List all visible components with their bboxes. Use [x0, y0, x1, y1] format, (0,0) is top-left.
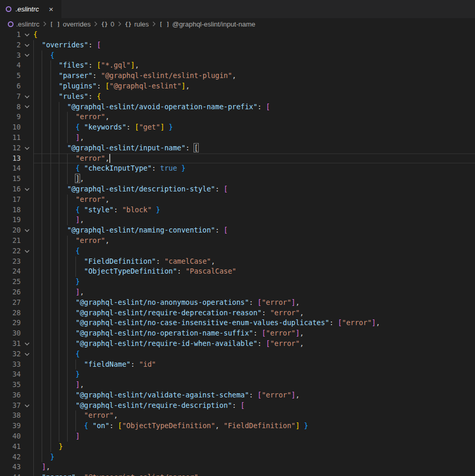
line-text[interactable]: "@graphql-eslint/require-description": [ [33, 401, 475, 411]
line-text[interactable]: ], [33, 380, 475, 390]
line-text[interactable]: { "on": ["ObjectTypeDefinition", "FieldD… [33, 421, 475, 431]
code-line[interactable]: 6 "plugins": ["@graphql-eslint"], [0, 81, 475, 92]
line-text[interactable]: "@graphql-eslint/no-anonymous-operations… [33, 298, 475, 308]
line-text[interactable]: { "style": "block" } [33, 205, 475, 215]
fold-chevron-icon[interactable] [21, 143, 33, 153]
breadcrumb-item-0[interactable]: {}0 [101, 20, 114, 28]
code-line[interactable]: 15 ], [0, 174, 475, 184]
line-text[interactable]: "@graphql-eslint/no-case-insensitive-enu… [33, 318, 475, 328]
code-line[interactable]: 27 "@graphql-eslint/no-anonymous-operati… [0, 298, 475, 308]
code-line[interactable]: 39 { "on": ["ObjectTypeDefinition", "Fie… [0, 421, 475, 431]
line-text[interactable]: } [33, 369, 475, 380]
line-text[interactable]: { [33, 30, 475, 40]
code-line[interactable]: 5 "parser": "@graphql-eslint/eslint-plug… [0, 71, 475, 81]
line-text[interactable]: "error", [33, 236, 475, 246]
fold-chevron-icon[interactable] [21, 401, 33, 411]
fold-chevron-icon[interactable] [21, 30, 33, 40]
breadcrumb-item--eslintrc[interactable]: .eslintrc [8, 20, 40, 28]
code-line[interactable]: 44 "parser": "@typescript-eslint/parser" [0, 472, 475, 476]
fold-chevron-icon[interactable] [21, 50, 33, 61]
line-text[interactable]: { "checkInputType": true } [33, 163, 475, 174]
line-text[interactable]: "error", [33, 112, 475, 122]
code-line[interactable]: 35 ], [0, 380, 475, 390]
code-line[interactable]: 31 "@graphql-eslint/require-id-when-avai… [0, 339, 475, 349]
fold-chevron-icon[interactable] [21, 246, 33, 256]
code-line[interactable]: 7 "rules": { [0, 92, 475, 102]
code-line[interactable]: 1{ [0, 30, 475, 40]
line-text[interactable]: "@graphql-eslint/naming-convention": [ [33, 225, 475, 236]
line-text[interactable]: } [33, 442, 475, 452]
code-line[interactable]: 24 "ObjectTypeDefinition": "PascalCase" [0, 266, 475, 277]
fold-chevron-icon[interactable] [21, 40, 33, 50]
line-text[interactable]: "ObjectTypeDefinition": "PascalCase" [33, 266, 475, 277]
code-line[interactable]: 11 ], [0, 133, 475, 143]
code-line[interactable]: 17 "error", [0, 195, 475, 205]
code-line[interactable]: 25 } [0, 277, 475, 287]
code-line[interactable]: 8 "@graphql-eslint/avoid-operation-name-… [0, 102, 475, 112]
code-line[interactable]: 42 } [0, 452, 475, 462]
line-text[interactable]: "overrides": [ [33, 40, 475, 50]
code-line[interactable]: 12 "@graphql-eslint/input-name": [ [0, 143, 475, 153]
code-line[interactable]: 32 { [0, 349, 475, 359]
line-text[interactable]: "@graphql-eslint/require-id-when-availab… [33, 339, 475, 349]
code-line[interactable]: 29 "@graphql-eslint/no-case-insensitive-… [0, 318, 475, 328]
line-text[interactable]: "@graphql-eslint/validate-against-schema… [33, 390, 475, 401]
line-text[interactable]: } [33, 277, 475, 287]
code-line[interactable]: 30 "@graphql-eslint/no-operation-name-su… [0, 328, 475, 339]
editor[interactable]: 1{2 "overrides": [3 {4 "files": ["*.gql"… [0, 30, 475, 476]
fold-chevron-icon[interactable] [21, 184, 33, 195]
code-line[interactable]: 36 "@graphql-eslint/validate-against-sch… [0, 390, 475, 401]
code-line[interactable]: 3 { [0, 50, 475, 61]
code-line[interactable]: 41 } [0, 442, 475, 452]
line-text[interactable]: "FieldDefinition": "camelCase", [33, 256, 475, 267]
breadcrumb-item-rules[interactable]: {}rules [125, 20, 149, 28]
line-text[interactable]: ], [33, 462, 475, 472]
code-line[interactable]: 20 "@graphql-eslint/naming-convention": … [0, 225, 475, 236]
line-text[interactable]: "fieldName": "id" [33, 359, 475, 370]
code-line[interactable]: 28 "@graphql-eslint/require-deprecation-… [0, 308, 475, 318]
line-text[interactable]: "plugins": ["@graphql-eslint"], [33, 81, 475, 92]
line-text[interactable]: { [33, 349, 475, 359]
code-line[interactable]: 22 { [0, 246, 475, 256]
line-text[interactable]: { "keywords": ["get"] } [33, 122, 475, 133]
fold-chevron-icon[interactable] [21, 225, 33, 236]
code-line[interactable]: 2 "overrides": [ [0, 40, 475, 50]
fold-chevron-icon[interactable] [21, 102, 33, 112]
code-line[interactable]: 16 "@graphql-eslint/description-style": … [0, 184, 475, 195]
breadcrumb-item-overrides[interactable]: [ ]overrides [50, 20, 91, 28]
line-text[interactable]: "error", [33, 410, 475, 421]
line-text[interactable]: "error", [33, 153, 475, 164]
line-text[interactable]: ], [33, 215, 475, 225]
line-text[interactable]: ], [33, 174, 475, 184]
line-text[interactable]: "parser": "@typescript-eslint/parser" [33, 472, 475, 476]
line-text[interactable]: { [33, 50, 475, 61]
line-text[interactable]: { [33, 246, 475, 256]
line-text[interactable]: "@graphql-eslint/no-operation-name-suffi… [33, 328, 475, 339]
code-line[interactable]: 18 { "style": "block" } [0, 205, 475, 215]
line-text[interactable]: "@graphql-eslint/require-deprecation-rea… [33, 308, 475, 318]
code-line[interactable]: 13 "error", [0, 153, 475, 164]
fold-chevron-icon[interactable] [21, 92, 33, 102]
line-text[interactable]: "@graphql-eslint/description-style": [ [33, 184, 475, 195]
code-line[interactable]: 40 ] [0, 431, 475, 442]
code-line[interactable]: 14 { "checkInputType": true } [0, 163, 475, 174]
code-line[interactable]: 19 ], [0, 215, 475, 225]
close-icon[interactable]: × [47, 5, 55, 14]
code-line[interactable]: 9 "error", [0, 112, 475, 122]
line-text[interactable]: ] [33, 431, 475, 442]
line-text[interactable]: ], [33, 133, 475, 143]
tab-eslintrc[interactable]: .eslintrc × [0, 0, 61, 18]
fold-chevron-icon[interactable] [21, 349, 33, 359]
line-text[interactable]: "files": ["*.gql"], [33, 60, 475, 71]
line-text[interactable]: } [33, 452, 475, 462]
fold-chevron-icon[interactable] [21, 339, 33, 349]
code-line[interactable]: 37 "@graphql-eslint/require-description"… [0, 401, 475, 411]
code-line[interactable]: 26 ], [0, 287, 475, 298]
line-text[interactable]: "@graphql-eslint/avoid-operation-name-pr… [33, 102, 475, 112]
code-line[interactable]: 33 "fieldName": "id" [0, 359, 475, 370]
code-line[interactable]: 43 ], [0, 462, 475, 472]
code-line[interactable]: 23 "FieldDefinition": "camelCase", [0, 256, 475, 267]
code-line[interactable]: 38 "error", [0, 410, 475, 421]
breadcrumb-item--graphql-eslint-input-name[interactable]: [ ]@graphql-eslint/input-name [159, 20, 255, 28]
line-text[interactable]: "@graphql-eslint/input-name": [ [33, 143, 475, 153]
